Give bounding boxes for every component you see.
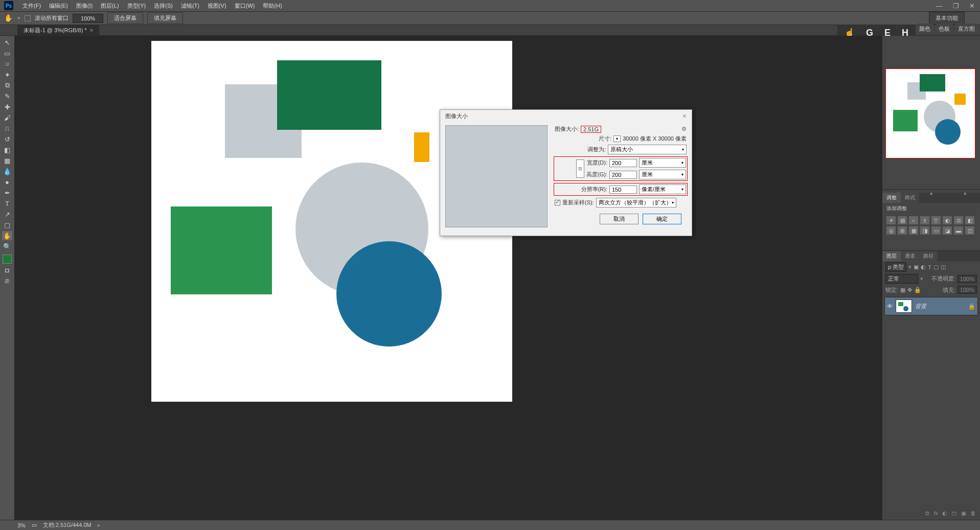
resolution-unit-select[interactable]: 像素/厘米▾ bbox=[639, 185, 686, 194]
scroll-all-checkbox[interactable] bbox=[25, 15, 31, 21]
workspace-switcher[interactable]: 基本功能 bbox=[929, 12, 965, 25]
type-tool[interactable]: T bbox=[2, 199, 12, 208]
dialog-titlebar[interactable]: 图像大小 × bbox=[440, 110, 692, 122]
resolution-input[interactable] bbox=[609, 186, 637, 194]
filter-image-icon[interactable]: ▣ bbox=[914, 264, 919, 270]
exposure-icon[interactable]: ± bbox=[920, 216, 929, 224]
channel-mixer-icon[interactable]: ⊞ bbox=[898, 226, 907, 235]
menu-filter[interactable]: 滤镜(T) bbox=[177, 0, 203, 12]
move-tool[interactable]: ↖ bbox=[2, 38, 12, 47]
lock-position-icon[interactable]: ✥ bbox=[907, 287, 912, 293]
paths-tab[interactable]: 路径 bbox=[919, 251, 938, 261]
hue-icon[interactable]: ◐ bbox=[943, 216, 952, 224]
opacity-input[interactable]: 100% bbox=[958, 275, 977, 283]
filter-type-icon[interactable]: T bbox=[928, 264, 931, 270]
gradient-tool[interactable]: ▦ bbox=[2, 156, 12, 165]
width-unit-select[interactable]: 厘米▾ bbox=[639, 158, 686, 168]
history-brush-tool[interactable]: ↺ bbox=[2, 134, 12, 144]
menu-window[interactable]: 窗口(W) bbox=[231, 0, 259, 12]
channels-tab[interactable]: 通道 bbox=[901, 251, 919, 261]
height-unit-select[interactable]: 厘米▾ bbox=[639, 170, 686, 179]
cancel-button[interactable]: 取消 bbox=[600, 214, 639, 224]
lasso-tool[interactable]: ⟉ bbox=[2, 59, 12, 68]
clone-stamp-tool[interactable]: ⎍ bbox=[2, 124, 12, 133]
threshold-icon[interactable]: ◪ bbox=[943, 226, 952, 235]
resample-checkbox[interactable] bbox=[555, 200, 560, 205]
levels-icon[interactable]: ▤ bbox=[898, 216, 907, 224]
invert-icon[interactable]: ◨ bbox=[920, 226, 929, 235]
filter-smart-icon[interactable]: ◫ bbox=[941, 264, 946, 270]
menu-type[interactable]: 类型(Y) bbox=[123, 0, 150, 12]
magic-wand-tool[interactable]: ✦ bbox=[2, 70, 12, 79]
lookup-icon[interactable]: ▦ bbox=[909, 226, 918, 235]
swatches-tab[interactable]: 色板 bbox=[936, 24, 953, 34]
path-selection-tool[interactable]: ↗ bbox=[2, 210, 12, 219]
brightness-icon[interactable]: ☀ bbox=[886, 216, 896, 224]
menu-file[interactable]: 文件(F) bbox=[18, 0, 45, 12]
maximize-button[interactable]: ❐ bbox=[951, 1, 961, 11]
histogram-tab[interactable]: 直方图 bbox=[955, 24, 978, 34]
marquee-tool[interactable]: ▭ bbox=[2, 49, 12, 58]
gradient-map-icon[interactable]: ▬ bbox=[954, 226, 963, 235]
selective-color-icon[interactable]: ◫ bbox=[965, 226, 974, 235]
visibility-icon[interactable]: 👁 bbox=[887, 303, 893, 309]
color-balance-icon[interactable]: ⚖ bbox=[954, 216, 963, 224]
layer-style-icon[interactable]: fx bbox=[933, 510, 938, 517]
adjustments-tab[interactable]: 调整 bbox=[882, 193, 901, 203]
fill-input[interactable]: 100% bbox=[958, 286, 977, 294]
new-group-icon[interactable]: 🗀 bbox=[951, 510, 957, 517]
resample-select[interactable]: 两次立方（较平滑）（扩大）▾ bbox=[596, 198, 676, 208]
bw-icon[interactable]: ◧ bbox=[965, 216, 974, 224]
menu-image[interactable]: 图像(I) bbox=[72, 0, 97, 12]
fit-screen-button[interactable]: 适合屏幕 bbox=[107, 12, 143, 24]
status-doc-info[interactable]: 文档:2.51G/444.0M bbox=[43, 521, 92, 529]
healing-brush-tool[interactable]: ✚ bbox=[2, 102, 12, 111]
screen-mode-toggle[interactable]: ⎚ bbox=[2, 276, 12, 285]
brush-tool[interactable]: 🖌 bbox=[2, 113, 12, 122]
fill-screen-button[interactable]: 填充屏幕 bbox=[147, 12, 183, 24]
filter-shape-icon[interactable]: ▢ bbox=[933, 264, 939, 270]
shape-tool[interactable]: ▢ bbox=[2, 220, 12, 229]
posterize-icon[interactable]: ▭ bbox=[931, 226, 941, 235]
blend-mode-select[interactable]: 正常 bbox=[885, 274, 918, 284]
link-icon[interactable]: ⊟ bbox=[576, 159, 584, 178]
new-layer-icon[interactable]: ▣ bbox=[961, 510, 966, 517]
foreground-color[interactable] bbox=[3, 255, 12, 264]
close-icon[interactable]: × bbox=[90, 27, 93, 33]
layer-name[interactable]: 背景 bbox=[915, 303, 926, 310]
width-input[interactable] bbox=[609, 159, 637, 167]
hand-tool[interactable]: ✋ bbox=[2, 231, 12, 240]
filter-adjustment-icon[interactable]: ◐ bbox=[921, 264, 926, 270]
layer-row[interactable]: 👁 背景 🔒 bbox=[884, 297, 978, 315]
canvas-area[interactable]: 图像大小 × 图像大小: 2.51G ⚙ 尺寸: ▾ 30000 像素 X 30… bbox=[14, 36, 980, 520]
close-button[interactable]: ✕ bbox=[967, 1, 977, 11]
layers-tab[interactable]: 图层 bbox=[882, 251, 901, 261]
vibrance-icon[interactable]: ▽ bbox=[931, 216, 941, 224]
menu-edit[interactable]: 编辑(E) bbox=[45, 0, 72, 12]
layer-filter-select[interactable]: ρ 类型 bbox=[885, 262, 906, 272]
quick-mask-toggle[interactable]: ◘ bbox=[2, 265, 12, 274]
layer-mask-icon[interactable]: ◐ bbox=[942, 510, 947, 517]
menu-help[interactable]: 帮助(H) bbox=[259, 0, 286, 12]
status-zoom[interactable]: 3% bbox=[17, 522, 26, 528]
menu-select[interactable]: 选择(S) bbox=[150, 0, 177, 12]
color-tab[interactable]: 颜色 bbox=[916, 24, 933, 34]
eraser-tool[interactable]: ◧ bbox=[2, 145, 12, 154]
photo-filter-icon[interactable]: ◎ bbox=[886, 226, 896, 235]
crop-tool[interactable]: ⧉ bbox=[2, 81, 12, 90]
height-input[interactable] bbox=[609, 171, 637, 179]
delete-layer-icon[interactable]: 🗑 bbox=[970, 510, 976, 517]
pen-tool[interactable]: ✒ bbox=[2, 188, 12, 197]
curves-icon[interactable]: ⟈ bbox=[909, 216, 918, 224]
styles-tab[interactable]: 样式 bbox=[901, 193, 919, 203]
menu-layer[interactable]: 图层(L) bbox=[97, 0, 123, 12]
gear-icon[interactable]: ⚙ bbox=[681, 126, 687, 132]
zoom-input[interactable] bbox=[73, 14, 103, 23]
zoom-tool[interactable]: 🔍 bbox=[2, 242, 12, 251]
dialog-close-icon[interactable]: × bbox=[682, 112, 687, 120]
eyedropper-tool[interactable]: ✎ bbox=[2, 91, 12, 101]
layer-thumbnail[interactable] bbox=[896, 299, 912, 313]
dimensions-unit-toggle[interactable]: ▾ bbox=[613, 135, 621, 142]
blur-tool[interactable]: 💧 bbox=[2, 167, 12, 176]
minimize-button[interactable]: — bbox=[934, 1, 945, 11]
